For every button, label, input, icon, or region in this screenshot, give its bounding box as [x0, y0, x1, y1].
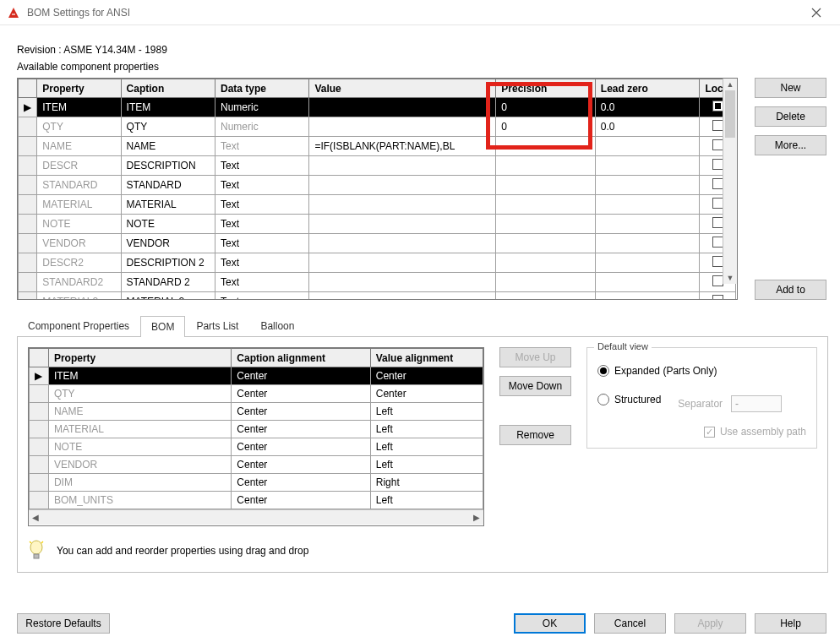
cell-precision[interactable] — [496, 234, 596, 253]
cell-value[interactable] — [309, 215, 496, 234]
cell-leadzero[interactable] — [595, 253, 700, 273]
radio-structured[interactable]: Structured — [597, 394, 661, 405]
cell-leadzero[interactable] — [595, 234, 700, 253]
cell-caption[interactable]: ITEM — [121, 98, 215, 117]
cell-value[interactable]: =IF(ISBLANK(PART:NAME),BL — [309, 137, 496, 156]
cell-property[interactable]: NOTE — [48, 438, 231, 456]
cell-datatype[interactable]: Text — [215, 156, 309, 176]
cell-value[interactable] — [309, 292, 496, 301]
cell-value[interactable] — [309, 234, 496, 253]
cell-caption-alignment[interactable]: Center — [232, 438, 370, 456]
cell-precision[interactable] — [496, 273, 596, 292]
cell-caption-alignment[interactable]: Center — [232, 456, 370, 474]
cell-caption[interactable]: VENDOR — [121, 234, 215, 253]
cell-datatype[interactable]: Numeric — [215, 117, 309, 137]
cell-precision[interactable] — [496, 137, 596, 156]
move-down-button[interactable]: Move Down — [499, 376, 571, 396]
table-row[interactable]: ▶ITEMCenterCenter — [30, 367, 483, 385]
cell-property[interactable]: DIM — [48, 474, 231, 492]
tab-balloon[interactable]: Balloon — [249, 315, 305, 336]
cell-property[interactable]: NAME — [37, 137, 121, 156]
new-button[interactable]: New — [755, 78, 826, 98]
cell-property[interactable]: NOTE — [37, 215, 121, 234]
cell-property[interactable]: QTY — [48, 385, 231, 403]
cell-precision[interactable] — [496, 253, 596, 273]
cell-value-alignment[interactable]: Center — [370, 367, 483, 385]
cell-caption-alignment[interactable]: Center — [232, 403, 370, 421]
table-row[interactable]: NAMECenterLeft — [30, 403, 483, 421]
help-button[interactable]: Help — [755, 613, 826, 634]
column-precision[interactable]: Precision — [496, 79, 596, 98]
tab-bom[interactable]: BOM — [140, 316, 185, 337]
separator-input[interactable] — [731, 395, 782, 412]
table-row[interactable]: DESCR2DESCRIPTION 2Text — [19, 253, 736, 273]
cell-datatype[interactable]: Text — [215, 273, 309, 292]
table-row[interactable]: DESCRDESCRIPTIONText — [19, 156, 736, 176]
bom-table[interactable]: Property Caption alignment Value alignme… — [29, 348, 483, 509]
move-up-button[interactable]: Move Up — [499, 347, 571, 367]
cell-leadzero[interactable]: 0.0 — [595, 98, 700, 117]
cell-caption[interactable]: MATERIAL — [121, 195, 215, 215]
table-row[interactable]: STANDARD2STANDARD 2Text — [19, 273, 736, 292]
cell-leadzero[interactable] — [595, 156, 700, 176]
cell-caption-alignment[interactable]: Center — [232, 385, 370, 403]
restore-defaults-button[interactable]: Restore Defaults — [17, 613, 110, 634]
cancel-button[interactable]: Cancel — [594, 613, 666, 634]
table-row[interactable]: NOTENOTEText — [19, 215, 736, 234]
cell-caption-alignment[interactable]: Center — [232, 367, 370, 385]
cell-value[interactable] — [309, 195, 496, 215]
cell-value[interactable] — [309, 98, 496, 117]
column-leadzero[interactable]: Lead zero — [595, 79, 700, 98]
cell-value-alignment[interactable]: Center — [370, 385, 483, 403]
cell-datatype[interactable]: Text — [215, 176, 309, 195]
table-row[interactable]: DIMCenterRight — [30, 474, 483, 492]
properties-table[interactable]: Property Caption Data type Value Precisi… — [18, 79, 736, 300]
table-row[interactable]: VENDORVENDORText — [19, 234, 736, 253]
cell-datatype[interactable]: Text — [215, 253, 309, 273]
scroll-thumb[interactable] — [725, 90, 735, 138]
cell-property[interactable]: ITEM — [37, 98, 121, 117]
table-row[interactable]: BOM_UNITSCenterLeft — [30, 492, 483, 509]
cell-property[interactable]: NAME — [48, 403, 231, 421]
table-row[interactable]: NAMENAMEText=IF(ISBLANK(PART:NAME),BL — [19, 137, 736, 156]
cell-value-alignment[interactable]: Left — [370, 421, 483, 438]
table-row[interactable]: VENDORCenterLeft — [30, 456, 483, 474]
cell-property[interactable]: QTY — [37, 117, 121, 137]
cell-property[interactable]: BOM_UNITS — [48, 492, 231, 509]
cell-precision[interactable]: 0 — [496, 117, 596, 137]
cell-datatype[interactable]: Numeric — [215, 98, 309, 117]
cell-datatype[interactable]: Text — [215, 292, 309, 301]
cell-leadzero[interactable] — [595, 273, 700, 292]
vertical-scrollbar[interactable]: ▲ ▼ — [723, 79, 737, 284]
table-row[interactable]: ▶ITEMITEMNumeric00.0 — [19, 98, 736, 117]
cell-leadzero[interactable] — [595, 137, 700, 156]
cell-property[interactable]: VENDOR — [37, 234, 121, 253]
cell-property[interactable]: DESCR2 — [37, 253, 121, 273]
cell-value[interactable] — [309, 156, 496, 176]
cell-leadzero[interactable] — [595, 176, 700, 195]
more-button[interactable]: More... — [755, 135, 826, 155]
cell-property[interactable]: MATERIAL2 — [37, 292, 121, 301]
cell-caption-alignment[interactable]: Center — [232, 492, 370, 509]
cell-caption[interactable]: DESCRIPTION — [121, 156, 215, 176]
cell-value-alignment[interactable]: Right — [370, 474, 483, 492]
table-row[interactable]: NOTECenterLeft — [30, 438, 483, 456]
column-property[interactable]: Property — [37, 79, 121, 98]
cell-property[interactable]: STANDARD — [37, 176, 121, 195]
cell-caption[interactable]: NOTE — [121, 215, 215, 234]
cell-value[interactable] — [309, 117, 496, 137]
cell-property[interactable]: ITEM — [48, 367, 231, 385]
cell-caption[interactable]: NAME — [121, 137, 215, 156]
add-to-button[interactable]: Add to — [755, 280, 826, 300]
horizontal-scrollbar[interactable]: ◀ ▶ — [29, 509, 483, 525]
cell-caption[interactable]: STANDARD — [121, 176, 215, 195]
table-row[interactable]: STANDARDSTANDARDText — [19, 176, 736, 195]
use-assembly-path-checkbox[interactable]: Use assembly path — [597, 426, 806, 438]
cell-leadzero[interactable] — [595, 195, 700, 215]
close-button[interactable] — [799, 1, 833, 24]
cell-property[interactable]: VENDOR — [48, 456, 231, 474]
cell-property[interactable]: DESCR — [37, 156, 121, 176]
column-datatype[interactable]: Data type — [215, 79, 309, 98]
column-caption-alignment[interactable]: Caption alignment — [232, 349, 370, 367]
column-value[interactable]: Value — [309, 79, 496, 98]
